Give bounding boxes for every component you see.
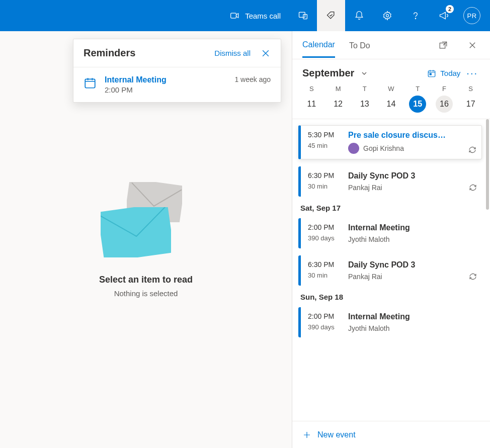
dismiss-all-button[interactable]: Dismiss all [214,49,251,57]
day-of-week-label: W [388,85,394,93]
calendar-icon [84,76,97,92]
bell-icon [354,11,364,21]
tab-todo[interactable]: To Do [349,33,370,57]
reminders-popup: Reminders Dismiss all Internal Meeting 2… [73,39,281,103]
event-card[interactable]: 2:00 PM390 daysInternal MeetingJyothi Ma… [298,218,482,248]
today-button[interactable]: Today [427,69,460,78]
event-card[interactable]: 6:30 PM30 minDaily Sync POD 3Pankaj Rai [298,166,482,197]
calendar-today-icon [427,69,436,78]
svg-point-3 [386,15,389,17]
month-label: September [302,67,354,79]
today-label: Today [440,69,460,77]
avatar-initials: PR [463,7,480,24]
event-time: 2:00 PM [308,223,339,231]
close-icon [261,48,271,58]
reminders-close-button[interactable] [261,48,271,58]
event-time: 5:30 PM [308,131,339,139]
recurring-icon [469,273,477,281]
organizer-avatar [348,143,359,154]
teams-call-label: Teams call [245,12,281,20]
video-icon [230,11,240,21]
day-number[interactable]: 16 [436,96,453,113]
gear-icon [382,11,392,21]
meet-now-button[interactable] [289,0,317,31]
checkmark-tag-icon [326,11,336,21]
day-section-header: Sun, Sep 18 [300,293,482,301]
app-header: Teams call 2 PR [0,0,490,31]
teams-call-button[interactable]: Teams call [222,0,289,31]
svg-rect-0 [231,13,236,18]
popout-icon [439,41,448,50]
day-number[interactable]: 17 [462,96,479,113]
event-duration: 30 min [308,272,339,279]
plus-icon [302,430,311,439]
tab-calendar[interactable]: Calendar [302,32,335,58]
day-of-week-label: S [309,85,314,93]
reminder-item[interactable]: Internal Meeting 2:00 PM 1 week ago [73,67,281,102]
side-panel-tabs: Calendar To Do [292,31,490,59]
event-duration: 390 days [308,234,339,242]
event-duration: 30 min [308,183,339,190]
event-duration: 45 min [308,142,339,149]
event-title: Pre sale closure discus… [348,131,475,140]
reminders-title: Reminders [84,47,135,59]
event-title: Daily Sync POD 3 [348,260,476,270]
empty-state-illustration [101,182,191,262]
event-title: Daily Sync POD 3 [348,171,476,181]
event-organizer: Jyothi Maloth [348,235,476,243]
my-day-panel: Calendar To Do September Today ··· S11M1… [292,31,490,448]
day-section-header: Sat, Sep 17 [300,204,482,212]
day-number[interactable]: 15 [409,96,426,113]
announcements-button[interactable]: 2 [430,0,458,31]
announcements-badge: 2 [446,5,454,13]
notifications-button[interactable] [345,0,373,31]
day-number[interactable]: 14 [382,96,399,113]
event-time: 6:30 PM [308,260,339,268]
event-time: 2:00 PM [308,312,339,320]
scrollbar-thumb[interactable] [486,119,489,210]
calendar-more-button[interactable]: ··· [464,67,480,79]
month-dropdown-button[interactable] [360,69,368,77]
event-organizer: Pankaj Rai [348,184,476,192]
day-number[interactable]: 13 [356,96,373,113]
settings-button[interactable] [373,0,401,31]
reminder-ago: 1 week ago [234,75,271,83]
help-button[interactable] [401,0,430,31]
event-title: Internal Meeting [348,312,476,321]
day-number[interactable]: 11 [303,96,320,113]
svg-rect-8 [429,70,436,76]
day-of-week-label: T [416,85,420,93]
day-of-week-label: M [336,85,341,93]
account-button[interactable]: PR [458,0,486,31]
svg-rect-1 [299,12,305,17]
svg-rect-6 [101,207,171,257]
svg-point-4 [415,18,416,19]
question-icon [411,11,421,21]
svg-rect-9 [430,73,432,75]
event-duration: 390 days [308,323,339,331]
reminder-time: 2:00 PM [105,85,226,94]
recurring-icon [469,184,477,192]
empty-state-subtitle: Nothing is selected [114,289,178,298]
event-card[interactable]: 6:30 PM30 minDaily Sync POD 3Pankaj Rai [298,255,482,286]
reminder-title: Internal Meeting [105,75,226,84]
new-event-button[interactable]: New event [292,421,490,448]
event-time: 6:30 PM [308,171,339,180]
empty-state-title: Select an item to read [99,275,193,285]
day-of-week-label: F [442,85,446,93]
day-of-week-label: S [468,85,473,93]
present-icon [298,11,308,21]
day-number[interactable]: 12 [330,96,347,113]
events-list[interactable]: 5:30 PM45 minPre sale closure discus…Gop… [292,119,490,421]
event-card[interactable]: 2:00 PM390 daysInternal MeetingJyothi Ma… [298,307,482,337]
day-of-week-label: T [363,85,367,93]
month-picker-row: September Today ··· [292,59,490,83]
event-organizer: Gopi Krishna [348,143,475,154]
event-card[interactable]: 5:30 PM45 minPre sale closure discus…Gop… [298,125,482,159]
my-day-button[interactable] [317,0,345,31]
event-title: Internal Meeting [348,223,476,232]
close-icon [468,41,477,50]
chevron-down-icon [360,69,368,77]
popout-button[interactable] [436,38,451,53]
close-panel-button[interactable] [465,38,480,53]
